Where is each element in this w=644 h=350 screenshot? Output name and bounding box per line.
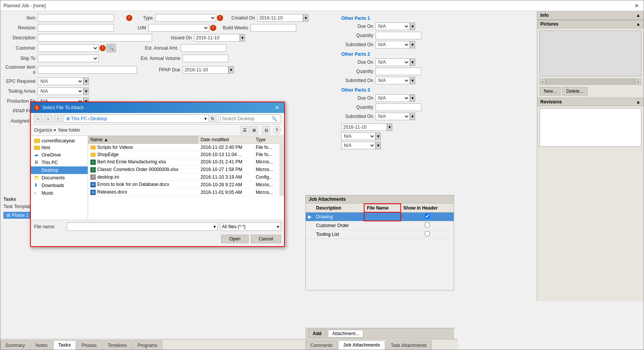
view-extra-btn[interactable]: ⊟ bbox=[262, 126, 270, 134]
organize-label: Organize ▾ bbox=[34, 127, 56, 133]
file-row[interactable]: XClassic Cosmetics Order 00000009.xlsx 2… bbox=[88, 166, 284, 173]
file-dialog: C Select File To Attach ✕ ‹ › ↑ 🖥 This P… bbox=[30, 102, 285, 247]
file-folder-icon bbox=[90, 145, 96, 150]
nav-item-downloads[interactable]: ⬇Downloads bbox=[31, 182, 88, 189]
file-name-cell-1: ShopEdge bbox=[88, 151, 198, 158]
cancel-button[interactable]: Cancel bbox=[251, 235, 281, 243]
filename-combo[interactable]: ▾ bbox=[67, 223, 218, 231]
nav-item-label: OneDrive bbox=[42, 152, 61, 158]
file-row[interactable]: WErrors to look for on Database.docx 201… bbox=[88, 181, 284, 189]
filename-dropdown[interactable]: ▾ bbox=[214, 224, 216, 229]
col-type-header[interactable]: Type bbox=[254, 136, 279, 144]
dialog-nav-panel: currentfiscalyearhtml☁OneDrive🖥This PC🖥D… bbox=[31, 136, 88, 220]
col-scroll-header bbox=[279, 136, 284, 144]
nav-item-label: currentfiscalyear bbox=[42, 138, 75, 144]
new-folder-label: New folder bbox=[58, 127, 80, 133]
file-row[interactable]: Scripts for Videos 2016-11-02 2:40 PM Fi… bbox=[88, 144, 284, 151]
file-row[interactable]: WReleases.docx 2016-11-01 9:05 AM Micros… bbox=[88, 189, 284, 196]
file-date-cell-6: 2016-11-01 9:05 AM bbox=[198, 189, 254, 196]
file-scroll-cell bbox=[279, 173, 284, 181]
open-button[interactable]: Open bbox=[221, 235, 248, 243]
nav-item-label: Downloads bbox=[42, 183, 64, 188]
nav-item-currentfiscalyear[interactable]: currentfiscalyear bbox=[31, 137, 88, 144]
view-buttons: ☰ ⊞ ⊟ bbox=[241, 126, 270, 134]
file-date-cell-0: 2016-11-02 2:40 PM bbox=[198, 144, 254, 151]
filename-input[interactable] bbox=[69, 224, 214, 229]
search-box[interactable]: 🔍 bbox=[220, 115, 281, 123]
file-docx-icon: W bbox=[90, 182, 96, 187]
file-scroll-cell bbox=[279, 144, 284, 151]
dialog-organize-bar: Organize ▾ New folder ☰ ⊞ ⊟ ? bbox=[31, 125, 284, 136]
nav-item-html[interactable]: html bbox=[31, 144, 88, 151]
nav-up-btn[interactable]: ↑ bbox=[54, 115, 62, 123]
search-input[interactable] bbox=[222, 116, 271, 121]
file-name-cell-6: WReleases.docx bbox=[88, 189, 198, 196]
nav-item-documents[interactable]: 📁Documents bbox=[31, 174, 88, 182]
file-xlsx-icon: X bbox=[90, 167, 96, 173]
dialog-files-panel: Name ▲ Date modified Type Scripts for Vi… bbox=[88, 136, 284, 220]
file-dialog-close-btn[interactable]: ✕ bbox=[273, 105, 281, 111]
nav-item-this-pc[interactable]: 🖥This PC bbox=[31, 159, 88, 166]
documents-icon: 📁 bbox=[34, 175, 40, 181]
nav-item-label: Music bbox=[42, 190, 53, 196]
file-row[interactable]: ShopEdge 2016-10-13 11:04 ... File fo... bbox=[88, 151, 284, 158]
nav-item-label: html bbox=[42, 145, 50, 150]
file-scroll-cell bbox=[279, 181, 284, 189]
file-row[interactable]: ⚙desktop.ini 2016-11-10 3:19 AM Config..… bbox=[88, 173, 284, 181]
col-date-modified-header[interactable]: Date modified bbox=[198, 136, 254, 144]
computer-icon: 🖥 bbox=[66, 116, 70, 121]
file-name-cell-5: WErrors to look for on Database.docx bbox=[88, 181, 198, 189]
path-computer: 🖥 This PC bbox=[66, 116, 87, 121]
nav-item-music[interactable]: ♪Music bbox=[31, 189, 88, 197]
file-row[interactable]: XBert And Ernie Manufacturing.xlsx 2016-… bbox=[88, 158, 284, 166]
file-docx-icon: W bbox=[90, 190, 96, 195]
nav-forward-btn[interactable]: › bbox=[44, 115, 52, 123]
filetype-dropdown[interactable]: ▾ bbox=[277, 224, 279, 229]
search-icon: 🔍 bbox=[271, 116, 277, 121]
file-dialog-title-label: Select File To Attach bbox=[42, 105, 84, 110]
nav-item-onedrive[interactable]: ☁OneDrive bbox=[31, 151, 88, 159]
file-type-cell-5: Micros... bbox=[254, 181, 279, 189]
files-table: Name ▲ Date modified Type Scripts for Vi… bbox=[88, 136, 284, 196]
file-name-cell-0: Scripts for Videos bbox=[88, 144, 198, 151]
file-type-cell-3: Micros... bbox=[254, 166, 279, 173]
dialog-app-icon: C bbox=[34, 105, 40, 111]
view-list-btn[interactable]: ☰ bbox=[241, 126, 249, 134]
file-name-cell-2: XBert And Ernie Manufacturing.xlsx bbox=[88, 158, 198, 166]
file-scroll-cell bbox=[279, 158, 284, 166]
sort-icon: ▲ bbox=[104, 137, 108, 142]
help-btn[interactable]: ? bbox=[273, 126, 281, 134]
file-scroll-cell bbox=[279, 189, 284, 196]
dialog-filename-row: File name: ▾ All files (*.*) ▾ bbox=[31, 220, 284, 233]
dialog-buttons-row: Open Cancel bbox=[31, 233, 284, 246]
file-date-cell-3: 2016-10-27 1:58 PM bbox=[198, 166, 254, 173]
path-refresh-btn[interactable]: ↻ bbox=[208, 115, 217, 123]
nav-item-label: Desktop bbox=[42, 168, 58, 173]
onedrive-icon: ☁ bbox=[34, 152, 40, 158]
file-type-cell-2: Micros... bbox=[254, 158, 279, 166]
file-folder-icon bbox=[90, 153, 96, 157]
view-icons-btn[interactable]: ⊞ bbox=[250, 126, 258, 134]
file-date-cell-1: 2016-10-13 11:04 ... bbox=[198, 151, 254, 158]
music-icon: ♪ bbox=[34, 190, 40, 196]
filetype-label: All files (*.*) bbox=[222, 224, 246, 229]
path-combo[interactable]: 🖥 This PC › Desktop ▾ ↻ bbox=[64, 115, 218, 123]
nav-item-desktop[interactable]: 🖥Desktop bbox=[31, 166, 88, 174]
new-folder-btn[interactable]: New folder bbox=[58, 127, 80, 133]
desktop-icon: 🖥 bbox=[34, 167, 40, 173]
nav-item-label: This PC bbox=[42, 160, 58, 165]
path-dropdown[interactable]: ▾ bbox=[204, 116, 207, 121]
folder-icon bbox=[34, 139, 40, 143]
file-date-cell-5: 2016-10-28 9:22 AM bbox=[198, 181, 254, 189]
thispc-icon: 🖥 bbox=[34, 160, 40, 166]
file-scroll-cell bbox=[279, 166, 284, 173]
organize-btn[interactable]: Organize ▾ bbox=[34, 127, 56, 133]
file-type-cell-1: File fo... bbox=[254, 151, 279, 158]
col-name-header[interactable]: Name ▲ bbox=[88, 136, 198, 144]
file-date-cell-4: 2016-11-10 3:19 AM bbox=[198, 173, 254, 181]
file-type-cell-6: Micros... bbox=[254, 189, 279, 196]
file-date-cell-2: 2016-10-31 2:41 PM bbox=[198, 158, 254, 166]
file-dialog-title-bar: C Select File To Attach ✕ bbox=[31, 102, 284, 113]
filetype-combo[interactable]: All files (*.*) ▾ bbox=[220, 223, 281, 231]
nav-back-btn[interactable]: ‹ bbox=[34, 115, 42, 123]
